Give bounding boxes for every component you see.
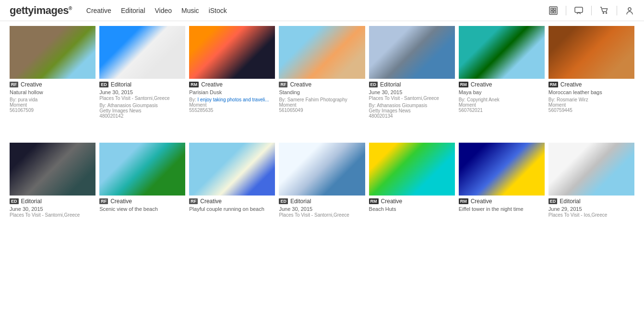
license-badge: RM [549, 82, 558, 87]
item-type: Editorial [560, 198, 580, 205]
grid-item[interactable]: EDEditorialJune 30, 2015Places To Visit … [369, 26, 455, 119]
item-by: By: I enjoy taking photos and traveli... [189, 97, 275, 102]
grid-item[interactable]: EDEditorialJune 30, 2015Places To Visit … [99, 26, 185, 119]
grid-item[interactable]: RFCreativeNatural hollowBy: pura vidaMom… [10, 26, 95, 119]
badge-row: EDEditorial [279, 198, 365, 205]
item-by: By: Athanasios Gioumpasis [369, 103, 455, 108]
grid-item[interactable]: RFCreativePlayful couple running on beac… [189, 143, 275, 218]
image-thumbnail[interactable] [10, 26, 95, 79]
image-thumbnail[interactable] [279, 143, 365, 196]
license-badge: ED [99, 82, 108, 87]
license-badge: RM [459, 198, 468, 204]
badge-row: RMCreative [459, 198, 545, 205]
grid-item[interactable]: RFCreativeStandingBy: Samere Fahim Photo… [279, 26, 365, 119]
license-badge: RF [99, 198, 108, 204]
license-badge: RF [189, 198, 198, 204]
svg-point-6 [603, 12, 604, 13]
cart-icon[interactable] [599, 6, 609, 15]
item-subtitle: Places To Visit - Santorni,Greece [279, 212, 365, 218]
item-type: Creative [471, 198, 492, 205]
item-type: Creative [290, 81, 311, 88]
image-thumbnail[interactable] [10, 143, 95, 196]
license-badge: RM [189, 82, 199, 87]
svg-rect-1 [551, 8, 553, 10]
item-title: Beach Huts [369, 206, 455, 212]
svg-rect-5 [575, 7, 583, 12]
item-title: Parisian Dusk [189, 89, 275, 95]
image-thumbnail[interactable] [369, 143, 455, 196]
item-date: June 29, 2015 [549, 206, 634, 212]
image-thumbnail[interactable] [189, 26, 275, 79]
user-icon[interactable] [625, 6, 634, 15]
item-title: Maya bay [459, 89, 545, 95]
item-by: By: Samere Fahim Photography [279, 97, 365, 102]
chat-icon[interactable] [574, 6, 584, 15]
photographer-link[interactable]: I enjoy taking photos and traveli... [198, 97, 269, 102]
image-thumbnail[interactable] [549, 26, 634, 79]
item-collection: Getty Images News [369, 108, 455, 113]
nav-video[interactable]: Video [155, 7, 172, 14]
grid-item[interactable]: EDEditorialJune 30, 2015Places To Visit … [10, 143, 95, 218]
badge-row: RMCreative [459, 81, 545, 88]
badge-row: EDEditorial [549, 198, 634, 205]
item-collection: Moment [189, 102, 275, 108]
image-thumbnail[interactable] [99, 26, 185, 79]
logo[interactable]: gettyimages® [10, 4, 72, 17]
grid-item[interactable]: EDEditorialJune 30, 2015Places To Visit … [279, 143, 365, 218]
badge-row: RFCreative [10, 81, 95, 88]
image-thumbnail[interactable] [99, 143, 185, 196]
grid-item[interactable]: RMCreativeParisian DuskBy: I enjoy takin… [189, 26, 275, 119]
grid-item[interactable]: RMCreativeMaya bayBy: Copyright AnekMome… [459, 26, 545, 119]
image-thumbnail[interactable] [189, 143, 275, 196]
item-type: Editorial [290, 198, 311, 205]
item-id: 561065049 [279, 108, 365, 113]
section-spacer [10, 128, 634, 143]
item-subtitle: Places To Visit - Santorni,Greece [99, 96, 185, 101]
item-type: Creative [110, 198, 132, 205]
grid-item[interactable]: RMCreativeEiffel tower in the night time [459, 143, 545, 218]
item-by: By: Copyright Anek [459, 97, 545, 102]
item-type: Creative [561, 81, 582, 88]
image-thumbnail[interactable] [369, 26, 455, 79]
badge-row: RMCreative [549, 81, 634, 88]
badge-row: RFCreative [189, 198, 275, 205]
badge-row: RFCreative [279, 81, 365, 88]
grid-item[interactable]: RMCreativeBeach Huts [369, 143, 455, 218]
item-title: Eiffel tower in the night time [459, 206, 545, 212]
license-badge: RM [459, 82, 468, 87]
grid-item[interactable]: EDEditorialJune 29, 2015Places To Visit … [549, 143, 634, 218]
item-id: 480020142 [99, 113, 185, 119]
image-thumbnail[interactable] [459, 26, 545, 79]
item-subtitle: Places To Visit - Ios,Greece [549, 212, 634, 218]
nav-istock[interactable]: iStock [209, 7, 227, 14]
nav-editorial[interactable]: Editorial [121, 7, 145, 14]
item-by: By: Athanasios Gioumpasis [99, 103, 185, 108]
grid-row-1: RFCreativeNatural hollowBy: pura vidaMom… [10, 26, 634, 119]
grid-item[interactable]: RMCreativeMoroccan leather bagsBy: Rosma… [549, 26, 634, 119]
svg-rect-3 [551, 11, 553, 13]
item-title: Standing [279, 89, 365, 95]
license-badge: ED [369, 82, 378, 87]
image-thumbnail[interactable] [549, 143, 634, 196]
grid-item[interactable]: RFCreativeScenic view of the beach [99, 143, 185, 218]
item-collection: Moment [10, 102, 95, 108]
item-id: 480020134 [369, 113, 455, 119]
image-thumbnail[interactable] [459, 143, 545, 196]
item-type: Creative [201, 81, 223, 88]
nav-music[interactable]: Music [181, 7, 199, 14]
nav-creative[interactable]: Creative [86, 7, 111, 14]
item-title: Playful couple running on beach [189, 206, 275, 212]
item-subtitle: Places To Visit - Santorni,Greece [369, 96, 455, 101]
badge-row: EDEditorial [10, 198, 95, 205]
item-subtitle: Places To Visit - Santorni,Greece [10, 212, 95, 218]
item-type: Editorial [380, 81, 401, 88]
license-badge: ED [279, 198, 288, 204]
item-by: By: Rosmarie Wirz [549, 97, 634, 102]
item-type: Creative [471, 81, 492, 88]
item-type: Editorial [111, 81, 131, 88]
license-badge: ED [549, 198, 558, 204]
lightbox-icon[interactable] [549, 6, 558, 15]
item-collection: Moment [279, 102, 365, 108]
image-thumbnail[interactable] [279, 26, 365, 79]
main-nav: Creative Editorial Video Music iStock [86, 7, 227, 14]
